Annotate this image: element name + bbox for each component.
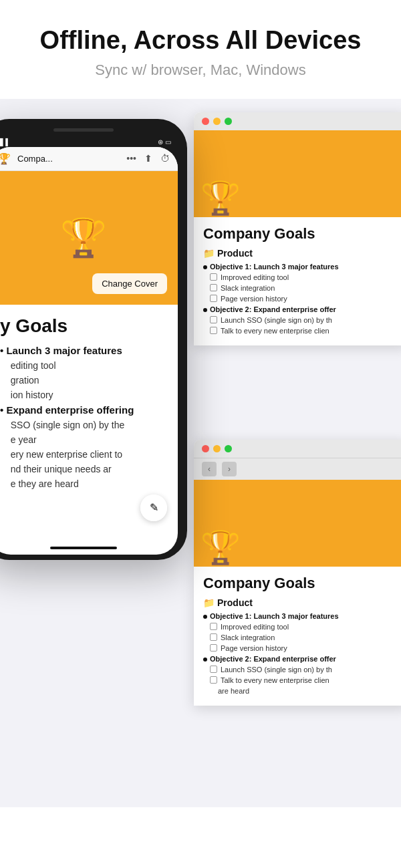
- list-item: • Launch 3 major features: [0, 345, 167, 356]
- list-item: Launch SSO (single sign on) by th: [203, 316, 398, 324]
- phone-browser-bar: 🏆 Compa... ••• ⬆ ⏱: [0, 147, 178, 171]
- list-item: editing tool: [0, 360, 167, 371]
- list-item: gration: [0, 375, 167, 386]
- list-item: Page version history: [203, 295, 398, 303]
- edit-icon: ✎: [150, 501, 158, 514]
- list-item: Talk to every new enterprise clien: [203, 676, 398, 684]
- battery-icon: ▭: [165, 138, 171, 146]
- list-item: Objective 1: Launch 3 major features: [203, 263, 398, 271]
- browser-mockup-top: 🏆 Company Goals 📁 Product Objective 1: L…: [194, 112, 401, 345]
- list-item: SSO (single sign on) by the: [0, 420, 167, 430]
- phone-cover-area: 🏆 Change Cover: [0, 171, 178, 305]
- list-item: Improved editing tool: [203, 273, 398, 281]
- phone-mockup: ▐▌▌ ⊛ ▭ 🏆 Compa... ••• ⬆ ⏱ 🏆 Change Cove…: [0, 119, 187, 560]
- browser-maximize-dot[interactable]: [225, 118, 232, 125]
- phone-browser-trophy-icon: 🏆: [0, 152, 11, 165]
- list-item: Objective 2: Expand enterprise offer: [203, 655, 398, 663]
- wifi-icon: ⊛: [158, 138, 163, 146]
- browser-page-title-bottom: Company Goals: [203, 575, 398, 592]
- browser-minimize-dot[interactable]: [213, 118, 221, 125]
- phone-browser-title: Compa...: [17, 154, 120, 164]
- phone-page-title: y Goals: [0, 315, 167, 337]
- browser-close-dot[interactable]: [202, 118, 209, 125]
- browser-trophy-icon-bottom: 🏆: [200, 529, 241, 567]
- phone-page-content: y Goals • Launch 3 major features editin…: [0, 305, 178, 504]
- browser-titlebar-top: [194, 112, 401, 130]
- hero-section: Offline, Across All Devices Sync w/ brow…: [0, 0, 401, 99]
- list-item: ion history: [0, 390, 167, 400]
- phone-notch: [53, 128, 114, 132]
- list-item: Slack integration: [203, 633, 398, 641]
- folder-icon-top: 📁: [203, 248, 215, 259]
- list-item: nd their unique needs ar: [0, 464, 167, 474]
- browser-page-content-top: Company Goals 📁 Product Objective 1: Lau…: [194, 217, 401, 345]
- status-icons: ⊛ ▭: [158, 138, 171, 146]
- devices-section: ▐▌▌ ⊛ ▭ 🏆 Compa... ••• ⬆ ⏱ 🏆 Change Cove…: [0, 99, 401, 807]
- hero-subtitle: Sync w/ browser, Mac, Windows: [13, 61, 388, 79]
- folder-icon-bottom: 📁: [203, 597, 215, 608]
- hero-title: Offline, Across All Devices: [13, 27, 388, 55]
- browser-section-product-top: 📁 Product: [203, 248, 398, 259]
- forward-button[interactable]: ›: [222, 462, 237, 476]
- browser-maximize-dot-2[interactable]: [225, 445, 232, 452]
- list-item: Objective 2: Expand enterprise offer: [203, 305, 398, 313]
- browser-minimize-dot-2[interactable]: [213, 445, 221, 452]
- list-item: Improved editing tool: [203, 623, 398, 631]
- phone-screen: 🏆 Compa... ••• ⬆ ⏱ 🏆 Change Cover y Goal…: [0, 147, 178, 555]
- list-item: ery new enterprise client to: [0, 449, 167, 460]
- browser-mockup-bottom: ‹ › 🏆 Company Goals 📁 Product Objective …: [194, 440, 401, 706]
- phone-browser-actions: ••• ⬆ ⏱: [126, 153, 170, 164]
- browser-trophy-icon-top: 🏆: [200, 180, 241, 217]
- browser-page-content-bottom: Company Goals 📁 Product Objective 1: Lau…: [194, 567, 401, 706]
- list-item: e year: [0, 434, 167, 445]
- browser-cover-top: 🏆: [194, 130, 401, 217]
- list-item: • Expand enterprise offering: [0, 404, 167, 416]
- more-icon[interactable]: •••: [126, 153, 136, 164]
- phone-home-indicator: [50, 547, 117, 549]
- phone-edit-button[interactable]: ✎: [140, 494, 167, 521]
- list-item: e they are heard: [0, 478, 167, 489]
- list-item: Slack integration: [203, 284, 398, 292]
- cover-trophy-icon: 🏆: [60, 216, 107, 260]
- list-item: Talk to every new enterprise clien: [203, 327, 398, 335]
- browser-cover-bottom: 🏆: [194, 480, 401, 567]
- list-item: Launch SSO (single sign on) by th: [203, 666, 398, 674]
- share-icon[interactable]: ⬆: [144, 153, 152, 164]
- signal-icon: ▐▌▌: [0, 138, 10, 146]
- phone-status-bar: ▐▌▌ ⊛ ▭: [0, 137, 178, 147]
- change-cover-button[interactable]: Change Cover: [92, 273, 167, 294]
- list-item: are heard: [203, 687, 398, 695]
- browser-section-product-bottom: 📁 Product: [203, 597, 398, 608]
- browser-nav-bar: ‹ ›: [194, 458, 401, 480]
- browser-close-dot-2[interactable]: [202, 445, 209, 452]
- browser-titlebar-bottom: [194, 440, 401, 458]
- history-icon[interactable]: ⏱: [160, 153, 170, 164]
- list-item: Page version history: [203, 644, 398, 652]
- browser-page-title-top: Company Goals: [203, 225, 398, 243]
- list-item: Objective 1: Launch 3 major features: [203, 612, 398, 620]
- back-button[interactable]: ‹: [202, 462, 217, 476]
